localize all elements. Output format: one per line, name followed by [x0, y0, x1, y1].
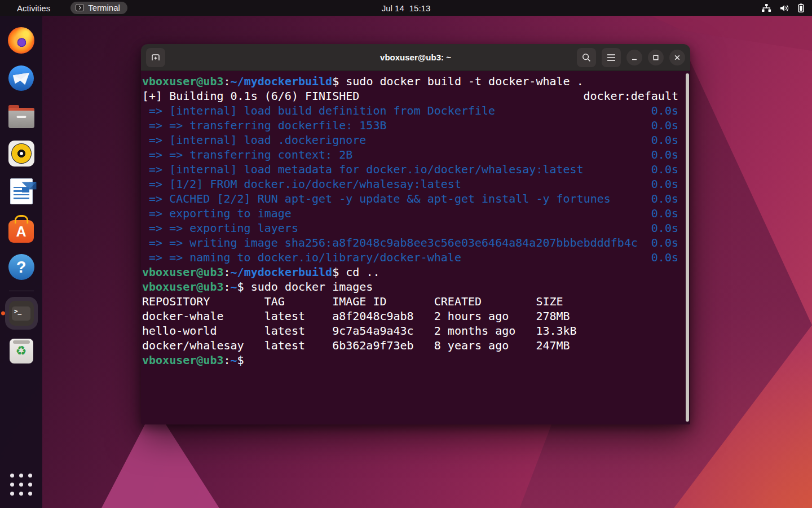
- network-wired-icon: [761, 4, 771, 12]
- dock-item-terminal[interactable]: >_: [5, 297, 38, 330]
- dock-item-firefox[interactable]: [5, 24, 38, 56]
- maximize-icon: [652, 54, 660, 62]
- top-bar: Activities Terminal Jul 14 15:13: [0, 0, 812, 16]
- terminal-line: hello-world latest 9c7a54a9a43c 2 months…: [142, 323, 678, 338]
- terminal-line: => CACHED [2/2] RUN apt-get -y update &&…: [142, 191, 678, 206]
- menu-button[interactable]: [602, 48, 621, 67]
- focused-app-pill[interactable]: Terminal: [70, 2, 127, 14]
- terminal-line: docker-whale latest a8f2048c9ab8 2 hours…: [142, 309, 678, 323]
- terminal-screen[interactable]: vboxuser@ub3:~/mydockerbuild$ sudo docke…: [141, 71, 690, 424]
- show-applications-button[interactable]: [10, 474, 32, 496]
- terminal-line: docker/whalesay latest 6b362a9f73eb 8 ye…: [142, 338, 678, 353]
- terminal-line: => [internal] load metadata for docker.i…: [142, 162, 678, 177]
- terminal-mini-icon: [76, 4, 84, 11]
- terminal-line: => => transferring context: 2B0.0s: [142, 147, 678, 162]
- terminal-line: => => writing image sha256:a8f2048c9ab8e…: [142, 235, 678, 250]
- search-icon: [581, 52, 592, 63]
- terminal-line: => [internal] load build definition from…: [142, 103, 678, 118]
- close-button[interactable]: [669, 50, 685, 65]
- firefox-icon: [8, 27, 34, 54]
- terminal-scrollbar[interactable]: [686, 73, 689, 422]
- terminal-line: => [1/2] FROM docker.io/docker/whalesay:…: [142, 177, 678, 191]
- terminal-window: vboxuser@ub3: ~: [141, 44, 690, 424]
- terminal-line: => => naming to docker.io/library/docker…: [142, 250, 678, 265]
- terminal-app-icon: >_: [9, 301, 34, 326]
- window-title: vboxuser@ub3: ~: [380, 52, 451, 62]
- terminal-glyph: >_: [12, 306, 30, 321]
- battery-icon: [798, 3, 804, 12]
- dock-item-trash[interactable]: ♻: [5, 335, 38, 367]
- help-icon: ?: [8, 254, 34, 280]
- headerbar: vboxuser@ub3: ~: [141, 44, 690, 71]
- clock-time: 15:13: [409, 3, 431, 13]
- terminal-line: => => exporting layers0.0s: [142, 221, 678, 235]
- dock-separator: [9, 291, 34, 291]
- terminal-line: vboxuser@ub3:~$: [142, 353, 678, 367]
- app-center-icon: A: [8, 220, 34, 243]
- new-tab-button[interactable]: [146, 48, 165, 67]
- trash-icon: ♻: [10, 339, 33, 364]
- volume-icon: [780, 4, 789, 12]
- files-icon: [8, 108, 34, 128]
- terminal-output: vboxuser@ub3:~/mydockerbuild$ sudo docke…: [142, 74, 678, 367]
- terminal-line: => [internal] load .dockerignore0.0s: [142, 133, 678, 147]
- terminal-line: vboxuser@ub3:~/mydockerbuild$ sudo docke…: [142, 74, 678, 89]
- terminal-line: vboxuser@ub3:~/mydockerbuild$ cd ..: [142, 265, 678, 279]
- thunderbird-icon: [8, 65, 34, 91]
- running-indicator-dot: [1, 312, 5, 316]
- dock: A ? >_ ♻: [0, 16, 42, 508]
- terminal-line: => exporting to image0.0s: [142, 206, 678, 221]
- dock-item-rhythmbox[interactable]: [5, 137, 38, 170]
- maximize-button[interactable]: [648, 50, 664, 65]
- minimize-icon: [630, 54, 638, 62]
- recycle-glyph: ♻: [16, 344, 27, 358]
- terminal-line: REPOSITORY TAG IMAGE ID CREATED SIZE: [142, 294, 678, 309]
- libreoffice-writer-icon: [10, 178, 33, 204]
- clock-date: Jul 14: [382, 3, 404, 13]
- terminal-line: [+] Building 0.1s (6/6) FINISHEDdocker:d…: [142, 89, 678, 103]
- activities-button[interactable]: Activities: [12, 2, 55, 14]
- dock-item-libreoffice-writer[interactable]: [5, 175, 38, 208]
- help-glyph: ?: [16, 258, 27, 277]
- dock-item-app-center[interactable]: A: [5, 213, 38, 246]
- terminal-line: vboxuser@ub3:~$ sudo docker images: [142, 279, 678, 294]
- system-tray[interactable]: [761, 3, 804, 12]
- dock-item-files[interactable]: [5, 99, 38, 132]
- minimize-button[interactable]: [626, 50, 642, 65]
- rhythmbox-icon: [8, 141, 34, 167]
- app-center-letter: A: [16, 224, 26, 240]
- hamburger-icon: [606, 53, 616, 62]
- focused-app-label: Terminal: [88, 3, 120, 12]
- close-icon: [673, 54, 681, 62]
- dock-item-help[interactable]: ?: [5, 251, 38, 283]
- search-button[interactable]: [577, 48, 596, 67]
- terminal-line: => => transferring dockerfile: 153B0.0s: [142, 118, 678, 133]
- new-tab-icon: [149, 51, 162, 64]
- dock-item-thunderbird[interactable]: [5, 62, 38, 94]
- clock-button[interactable]: Jul 14 15:13: [382, 3, 431, 13]
